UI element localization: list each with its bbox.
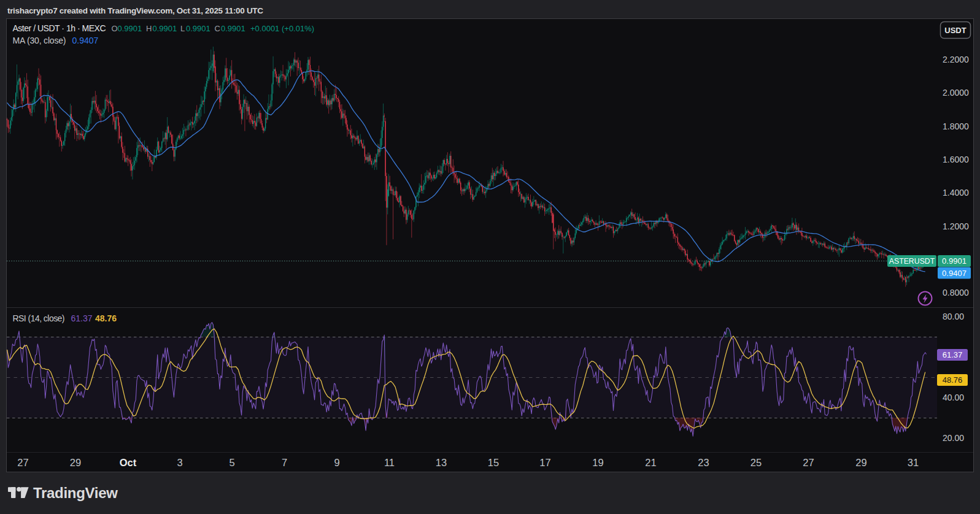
svg-text:H: H — [146, 24, 152, 33]
svg-text:0.8000: 0.8000 — [943, 288, 969, 297]
svg-text:20.00: 20.00 — [943, 433, 964, 443]
svg-text:0.9901: 0.9901 — [186, 24, 210, 33]
svg-text:1.6000: 1.6000 — [943, 155, 969, 164]
svg-text:25: 25 — [750, 457, 762, 468]
svg-text:MA (30, close): MA (30, close) — [13, 36, 66, 45]
svg-text:61.37: 61.37 — [943, 350, 963, 359]
svg-text:31: 31 — [908, 457, 919, 468]
svg-text:3: 3 — [177, 457, 182, 468]
svg-text:0.9901: 0.9901 — [942, 256, 966, 266]
svg-text:9: 9 — [334, 457, 339, 468]
svg-text:trishacrypto7 created with Tra: trishacrypto7 created with TradingView.c… — [7, 6, 263, 15]
svg-text:L: L — [180, 24, 185, 33]
svg-text:29: 29 — [855, 457, 866, 468]
svg-text:5: 5 — [229, 457, 234, 468]
svg-text:0.9407: 0.9407 — [72, 36, 99, 45]
svg-text:ASTERUSDT: ASTERUSDT — [889, 257, 935, 266]
svg-text:1.8000: 1.8000 — [943, 121, 969, 131]
svg-text:23: 23 — [698, 457, 709, 468]
svg-text:USDT: USDT — [944, 26, 966, 35]
svg-text:7: 7 — [282, 457, 287, 468]
svg-text:13: 13 — [436, 457, 447, 468]
svg-text:19: 19 — [592, 457, 603, 468]
svg-text:27: 27 — [17, 457, 28, 468]
svg-text:17: 17 — [539, 457, 550, 468]
svg-text:+0.0001 (+0.01%): +0.0001 (+0.01%) — [250, 24, 314, 33]
svg-text:61.37: 61.37 — [71, 313, 93, 323]
svg-text:48.76: 48.76 — [943, 375, 963, 385]
svg-text:TradingView: TradingView — [33, 485, 118, 501]
svg-text:1.4000: 1.4000 — [943, 188, 969, 198]
svg-text:C: C — [215, 24, 220, 33]
svg-text:21: 21 — [645, 457, 656, 468]
svg-text:RSI (14, close): RSI (14, close) — [13, 313, 65, 323]
svg-text:Oct: Oct — [120, 457, 137, 468]
svg-text:80.00: 80.00 — [943, 312, 964, 321]
svg-text:2.0000: 2.0000 — [943, 88, 969, 98]
svg-text:40.00: 40.00 — [943, 393, 964, 402]
svg-text:2.2000: 2.2000 — [943, 55, 969, 64]
svg-text:29: 29 — [70, 457, 81, 468]
svg-text:15: 15 — [488, 457, 499, 468]
svg-text:11: 11 — [384, 457, 395, 468]
svg-text:48.76: 48.76 — [95, 313, 117, 323]
svg-text:0.9901: 0.9901 — [118, 24, 142, 33]
svg-text:O: O — [112, 24, 118, 33]
svg-text:27: 27 — [803, 457, 814, 468]
svg-text:0.9901: 0.9901 — [221, 24, 245, 33]
svg-text:0.9901: 0.9901 — [153, 24, 177, 33]
svg-text:Aster / USDT · 1h · MEXC: Aster / USDT · 1h · MEXC — [13, 23, 106, 33]
svg-text:0.9407: 0.9407 — [942, 269, 966, 278]
svg-text:1.2000: 1.2000 — [943, 221, 969, 231]
